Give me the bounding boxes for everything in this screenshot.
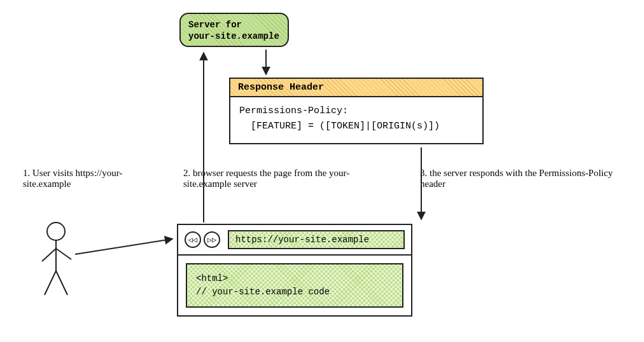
response-header-line1: Permissions-Policy:	[239, 104, 473, 119]
server-box: Server for your-site.example	[179, 13, 289, 47]
browser-window: ◁◁ ▷▷ https://your-site.example <html> /…	[177, 224, 412, 317]
user-stick-figure	[37, 220, 81, 303]
svg-line-3	[56, 249, 71, 259]
caption-3: 3. the server responds with the Permissi…	[420, 168, 617, 189]
browser-toolbar: ◁◁ ▷▷ https://your-site.example	[178, 225, 411, 256]
back-icon: ◁◁	[188, 235, 197, 245]
arrow-user-to-browser	[75, 239, 172, 254]
code-line1: <html>	[196, 272, 393, 285]
svg-line-4	[45, 271, 56, 295]
server-label-line1: Server for	[188, 19, 280, 31]
code-line2: // your-site.example code	[196, 285, 393, 299]
server-label-line2: your-site.example	[188, 31, 280, 42]
url-bar[interactable]: https://your-site.example	[228, 230, 405, 249]
svg-line-2	[42, 249, 56, 261]
response-header-box: Response Header Permissions-Policy: [FEA…	[229, 78, 484, 144]
forward-icon: ▷▷	[207, 235, 216, 245]
svg-point-0	[47, 222, 65, 240]
response-header-line2: [FEATURE] = ([TOKEN]|[ORIGIN(s)])	[239, 119, 473, 134]
response-header-body: Permissions-Policy: [FEATURE] = ([TOKEN]…	[230, 97, 482, 143]
response-header-title: Response Header	[230, 79, 482, 97]
back-button[interactable]: ◁◁	[185, 231, 201, 248]
forward-button[interactable]: ▷▷	[204, 231, 220, 248]
browser-body: <html> // your-site.example code	[178, 256, 411, 315]
svg-line-5	[56, 271, 67, 295]
page-code-box: <html> // your-site.example code	[186, 263, 403, 308]
caption-1: 1. User visits https://your-site.example	[23, 168, 157, 189]
caption-2: 2. browser requests the page from the yo…	[183, 168, 374, 189]
